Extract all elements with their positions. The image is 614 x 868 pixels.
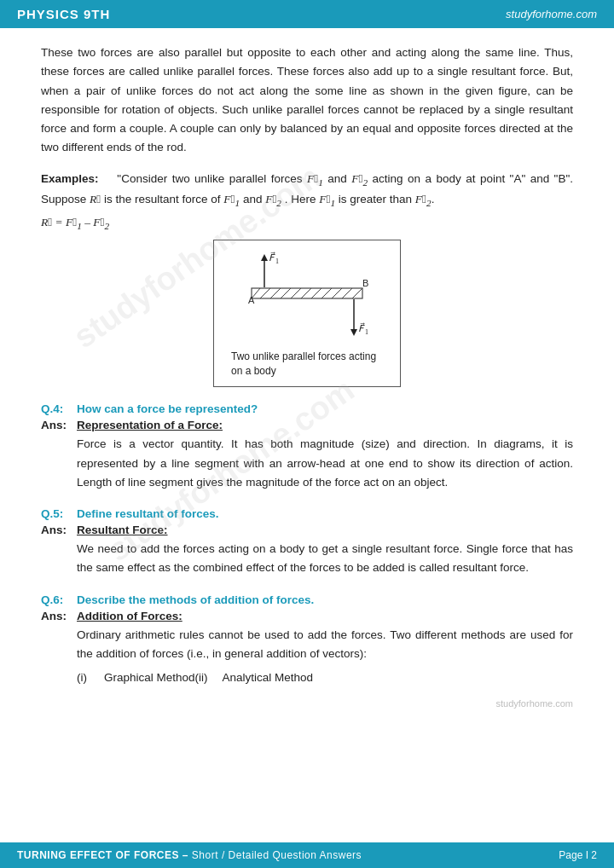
svg-marker-17 — [350, 329, 357, 336]
svg-line-9 — [332, 288, 342, 298]
figure-caption: Two unlike parallel forces acting on a b… — [231, 350, 383, 379]
intro-paragraph: These two forces are also parallel but o… — [41, 43, 573, 158]
svg-marker-13 — [261, 254, 268, 261]
svg-line-3 — [270, 288, 281, 298]
page-footer: TURNING EFFECT OF FORCES – Short / Detai… — [0, 842, 614, 868]
q5-row: Q.5: Define resultant of forces. — [41, 507, 573, 520]
ans5-para: We need to add the forces acting on a bo… — [77, 540, 573, 578]
q4-text: How can a force be represented? — [77, 402, 258, 415]
f2-vec2: F⃗2 — [265, 193, 281, 205]
q6-text: Describe the methods of addition of forc… — [77, 593, 314, 606]
q6-label: Q.6: — [41, 593, 77, 606]
roman-1: (i) — [77, 668, 104, 687]
header-title: PHYSICS 9TH — [17, 7, 110, 21]
ans5-heading: Resultant Force: — [77, 524, 168, 536]
ans6-body: Ordinary arithmetic rules cannot be used… — [77, 626, 573, 688]
svg-line-6 — [301, 288, 311, 298]
ans5-body: We need to add the forces acting on a bo… — [77, 540, 573, 578]
figure-container: F⃗ 1 F⃗ 1 A B Two unlike parallel forces… — [41, 240, 573, 388]
roman-2: (ii) — [195, 668, 223, 687]
svg-line-7 — [311, 288, 321, 298]
q5-text: Define resultant of forces. — [77, 507, 219, 520]
examples-text: "Consider two unlike parallel forces F⃗1… — [41, 172, 573, 205]
r-vec: R⃗ — [90, 193, 101, 205]
svg-line-5 — [291, 288, 301, 298]
ans5-row: Ans: Resultant Force: — [41, 524, 573, 536]
svg-text:F⃗: F⃗ — [358, 322, 365, 333]
ans6-row: Ans: Addition of Forces: — [41, 610, 573, 622]
f1-vec3: F⃗1 — [319, 193, 335, 205]
header-site: studyforhome.com — [506, 8, 597, 20]
ans4-label: Ans: — [41, 419, 77, 431]
examples-line: Examples: "Consider two unlike parallel … — [41, 170, 573, 211]
q6-row: Q.6: Describe the methods of addition of… — [41, 593, 573, 606]
footer-page: Page I 2 — [559, 849, 597, 861]
svg-text:1: 1 — [275, 258, 279, 265]
figure-box: F⃗ 1 F⃗ 1 A B Two unlike parallel forces… — [213, 240, 401, 388]
svg-line-10 — [342, 288, 352, 298]
examples-label: Examples: — [41, 172, 99, 185]
ans4-row: Ans: Representation of a Force: — [41, 419, 573, 431]
q4-label: Q.4: — [41, 402, 77, 415]
formula: R⃗ = F⃗1 – F⃗2 — [41, 216, 573, 231]
sitemark-mid: studyforhome.com — [496, 698, 573, 709]
svg-text:F⃗: F⃗ — [269, 252, 275, 263]
footer-left: TURNING EFFECT OF FORCES – Short / Detai… — [17, 849, 362, 861]
force-diagram: F⃗ 1 F⃗ 1 A B — [235, 251, 379, 344]
q5-label: Q.5: — [41, 507, 77, 520]
ans4-para: Force is a vector quantity. It has both … — [77, 435, 573, 492]
svg-line-4 — [281, 288, 291, 298]
ans4-heading: Representation of a Force: — [77, 419, 223, 431]
footer-right-label: Short / Detailed Question Answers — [192, 849, 362, 861]
f2-vec3: F⃗2 — [415, 193, 432, 205]
f1-vec2: F⃗1 — [223, 193, 240, 205]
q4-row: Q.4: How can a force be represented? — [41, 402, 573, 415]
f1-vec: F⃗1 — [307, 172, 323, 185]
svg-line-2 — [260, 288, 270, 298]
footer-chapter: TURNING EFFECT OF FORCES — [17, 849, 179, 861]
svg-line-8 — [321, 288, 332, 298]
examples-block: Examples: "Consider two unlike parallel … — [41, 170, 573, 231]
ans6-para: Ordinary arithmetic rules cannot be used… — [77, 626, 573, 664]
graphical-method: Graphical Method — [104, 668, 195, 687]
svg-text:1: 1 — [365, 328, 368, 336]
main-content: These two forces are also parallel but o… — [0, 28, 614, 717]
page-header: PHYSICS 9TH studyforhome.com — [0, 0, 614, 28]
analytical-method: Analytical Method — [223, 668, 314, 687]
footer-dash: – — [182, 849, 192, 861]
ans4-body: Force is a vector quantity. It has both … — [77, 435, 573, 492]
svg-text:B: B — [362, 278, 368, 288]
svg-text:A: A — [248, 295, 255, 305]
ans5-label: Ans: — [41, 524, 77, 536]
f2-vec: F⃗2 — [351, 172, 368, 185]
method-1: (i) Graphical Method (ii) Analytical Met… — [77, 668, 573, 687]
ans6-label: Ans: — [41, 610, 77, 622]
svg-line-11 — [352, 288, 362, 298]
ans6-heading: Addition of Forces: — [77, 610, 182, 622]
